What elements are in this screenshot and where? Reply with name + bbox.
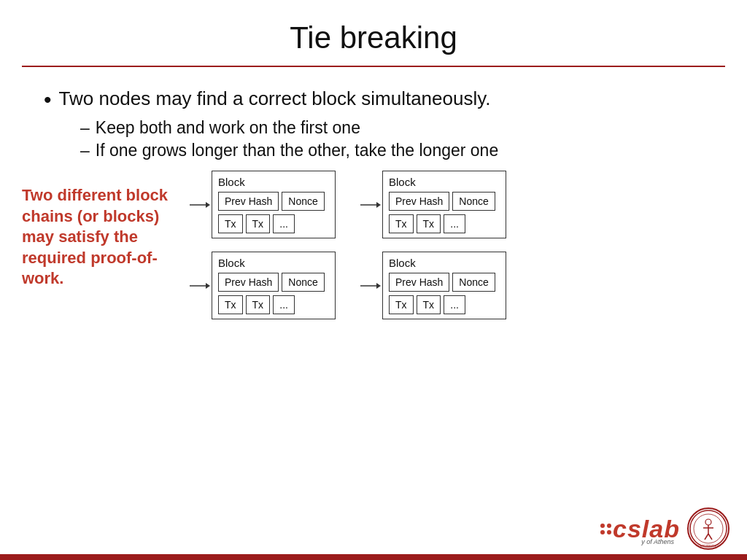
svg-line-13 [705, 534, 708, 540]
block-chain-bottom-left: Block Prev Hash Nonce Tx Tx ... [190, 252, 337, 319]
sub-bullet-text-1: Keep both and work on the first one [96, 118, 360, 138]
nonce-cell-br: Nonce [452, 273, 495, 292]
ellipsis-cell-bl: ... [273, 295, 295, 314]
block-row1-tl: Prev Hash Nonce [218, 192, 329, 211]
block-chain-bottom-right: Block Prev Hash Nonce Tx Tx ... [359, 252, 506, 319]
block-row1-tr: Prev Hash Nonce [389, 192, 500, 211]
content-area: • Two nodes may find a correct block sim… [0, 67, 747, 160]
ellipsis-cell-tr: ... [444, 214, 465, 233]
diagram-area: Two different block chains (or blocks) m… [0, 163, 747, 319]
block-label-tr: Block [389, 176, 500, 188]
arrow-in-br [360, 279, 381, 293]
block-box-tr: Block Prev Hash Nonce Tx Tx ... [382, 171, 506, 238]
tx2-cell-bl: Tx [246, 295, 271, 314]
block-chain-top-right: Block Prev Hash Nonce Tx Tx ... [359, 171, 506, 238]
main-bullet: • Two nodes may find a correct block sim… [44, 88, 703, 111]
block-row1-br: Prev Hash Nonce [389, 273, 500, 292]
tx2-cell-tl: Tx [246, 214, 271, 233]
svg-text:UNIVERSITY: UNIVERSITY [700, 545, 716, 548]
prev-hash-cell-tl: Prev Hash [218, 192, 279, 211]
svg-marker-7 [376, 283, 381, 289]
arrow-in-bl [190, 279, 210, 293]
prev-hash-cell-tr: Prev Hash [389, 192, 449, 211]
block-label-br: Block [389, 257, 500, 269]
svg-marker-3 [376, 202, 381, 208]
tx2-cell-tr: Tx [417, 214, 441, 233]
arrow-in-tl [190, 198, 210, 212]
block-row2-bl: Tx Tx ... [218, 295, 329, 314]
dash-2: – [80, 141, 90, 160]
arrow-in-tr [360, 198, 381, 212]
sub-bullets: – Keep both and work on the first one – … [80, 118, 703, 160]
cslab-text: cslab [613, 515, 680, 543]
ellipsis-cell-tl: ... [273, 214, 295, 233]
block-row1-bl: Prev Hash Nonce [218, 273, 329, 292]
dash-1: – [80, 118, 90, 138]
block-label-bl: Block [218, 257, 329, 269]
bottom-bar [0, 554, 747, 560]
block-row2-tl: Tx Tx ... [218, 214, 329, 233]
university-seal: UNIVERSITY [687, 508, 729, 550]
block-row2-tr: Tx Tx ... [389, 214, 500, 233]
cslab-logo: cslab [600, 515, 680, 543]
main-bullet-text: Two nodes may find a correct block simul… [59, 88, 491, 110]
bullet-dot: • [44, 89, 52, 111]
nonce-cell-tl: Nonce [282, 192, 324, 211]
slide-title: Tie breaking [0, 0, 747, 66]
block-label-tl: Block [218, 176, 329, 188]
tx2-cell-br: Tx [417, 295, 441, 314]
ellipsis-cell-br: ... [444, 295, 465, 314]
tx1-cell-tr: Tx [389, 214, 414, 233]
sub-bullet-text-2: If one grows longer than the other, take… [96, 141, 498, 160]
prev-hash-cell-bl: Prev Hash [218, 273, 279, 292]
logos-area: cslab UNIVERSITY [600, 508, 729, 550]
prev-hash-cell-br: Prev Hash [389, 273, 449, 292]
svg-marker-5 [206, 283, 210, 289]
side-label: Two different block chains (or blocks) m… [22, 171, 175, 289]
tx1-cell-br: Tx [389, 295, 414, 314]
tx1-cell-bl: Tx [218, 295, 243, 314]
sub-bullet-2: – If one grows longer than the other, ta… [80, 141, 703, 160]
svg-marker-1 [206, 202, 210, 208]
block-box-bl: Block Prev Hash Nonce Tx Tx ... [212, 252, 336, 319]
nonce-cell-tr: Nonce [452, 192, 495, 211]
sub-bullet-1: – Keep both and work on the first one [80, 118, 703, 138]
block-chain-top-left: Block Prev Hash Nonce Tx Tx ... [190, 171, 337, 238]
tx1-cell-tl: Tx [218, 214, 243, 233]
block-box-br: Block Prev Hash Nonce Tx Tx ... [382, 252, 506, 319]
svg-point-10 [705, 519, 711, 525]
svg-line-14 [708, 534, 712, 540]
nonce-cell-bl: Nonce [282, 273, 324, 292]
blocks-grid: Block Prev Hash Nonce Tx Tx ... Block [175, 171, 521, 319]
block-box-tl: Block Prev Hash Nonce Tx Tx ... [212, 171, 336, 238]
block-row2-br: Tx Tx ... [389, 295, 500, 314]
